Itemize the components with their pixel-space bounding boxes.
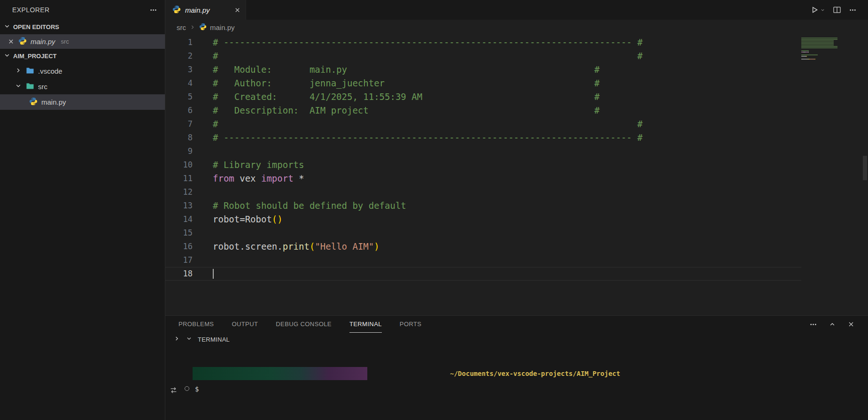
panel-tab-output[interactable]: OUTPUT [232,316,258,333]
open-editors-label: OPEN EDITORS [13,23,59,31]
terminal-prompt-line: ~/Documents/vex-vscode-projects/AIM_Proj… [193,367,868,380]
code-line-1[interactable]: 1# -------------------------------------… [165,36,801,49]
vscode-window: EXPLORER OPEN EDITORS main.py src [0,0,868,420]
code-line-7[interactable]: 7# # [165,117,801,131]
editor-scrollbar[interactable] [863,156,867,180]
panel-tab-terminal[interactable]: TERMINAL [349,316,382,333]
panel-tab-problems[interactable]: PROBLEMS [178,316,214,333]
open-editor-filename: main.py [31,38,55,46]
run-button[interactable] [810,6,825,14]
tab-close-icon[interactable] [234,7,241,14]
tree-item-vscode[interactable]: .vscode [0,63,165,79]
panel-maximize-icon[interactable] [829,321,836,328]
project-section-header[interactable]: AIM_PROJECT [0,49,165,63]
breadcrumb: src main.py [165,20,868,35]
panel-close-icon[interactable] [847,321,855,328]
terminal-cwd-path: ~/Documents/vex-vscode-projects/AIM_Proj… [450,370,620,377]
chevron-right-icon[interactable] [173,335,180,344]
line-number: 5 [165,90,193,104]
line-number: 3 [165,63,193,76]
split-editor-icon[interactable] [833,6,841,14]
code-line-16[interactable]: 16robot.screen.print("Hello AIM") [165,240,801,253]
code-line-2[interactable]: 2# # [165,49,801,63]
line-number: 1 [165,36,193,49]
open-editors-section-header[interactable]: OPEN EDITORS [0,20,165,34]
folder-icon [26,66,34,76]
panel-tab-debug-console[interactable]: DEBUG CONSOLE [276,316,332,333]
tab-main-py[interactable]: main.py [165,0,246,20]
editor-more-actions-icon[interactable] [849,6,857,14]
chevron-right-icon [15,67,22,76]
line-number: 13 [165,199,193,213]
code-text: # Library imports [213,158,304,172]
code-text: # --------------------------------------… [213,131,643,145]
tree-item-src[interactable]: src [0,79,165,94]
breadcrumb-folder[interactable]: src [177,23,186,31]
minimap-line [801,59,848,60]
terminal-command-line[interactable]: $ [193,383,868,395]
explorer-sidebar: EXPLORER OPEN EDITORS main.py src [0,0,165,420]
code-line-3[interactable]: 3# Module: main.py # [165,63,801,76]
code-text: # Robot should be defined by default [213,199,406,213]
terminal-session-swap-icon[interactable] [170,386,178,396]
line-number: 18 [165,267,193,281]
terminal-section-header[interactable]: TERMINAL [165,333,868,346]
tree-item-label: src [38,83,47,91]
command-decoration-icon[interactable] [185,386,189,391]
minimap-line [801,53,848,54]
explorer-more-actions-icon[interactable] [149,6,157,14]
code-line-4[interactable]: 4# Author: jenna_juechter # [165,76,801,90]
line-number: 16 [165,240,193,253]
code-line-13[interactable]: 13# Robot should be defined by default [165,199,801,213]
minimap[interactable] [801,38,848,63]
folder-open-icon [26,82,34,92]
terminal-section-label: TERMINAL [198,336,230,343]
minimap-line [801,45,848,46]
explorer-title: EXPLORER [12,6,149,14]
line-number: 2 [165,49,193,63]
open-editor-folder-detail: src [61,38,69,45]
minimap-line [801,57,848,58]
code-line-6[interactable]: 6# Description: AIM project # [165,104,801,117]
code-line-12[interactable]: 12 [165,185,801,199]
minimap-line [801,49,848,50]
code-line-14[interactable]: 14robot=Robot() [165,213,801,226]
line-number: 14 [165,213,193,226]
chevron-down-icon[interactable] [186,335,193,344]
close-editor-icon[interactable] [8,38,15,45]
open-editor-item-main-py[interactable]: main.py src [0,34,165,49]
code-line-10[interactable]: 10# Library imports [165,158,801,172]
breadcrumb-file[interactable]: main.py [210,23,235,31]
code-line-9[interactable]: 9 [165,145,801,158]
code-text: robot=Robot() [213,213,283,226]
code-lines: 1# -------------------------------------… [165,36,868,281]
minimap-line [801,47,848,48]
line-number: 8 [165,131,193,145]
line-number: 15 [165,226,193,240]
explorer-header: EXPLORER [0,0,165,20]
code-line-18[interactable]: 18 [165,267,801,281]
code-line-17[interactable]: 17 [165,253,801,267]
code-text [213,267,214,281]
code-editor[interactable]: 1# -------------------------------------… [165,35,868,315]
code-line-15[interactable]: 15 [165,226,801,240]
tree-item-label: .vscode [38,67,62,75]
editor-group: main.py src [165,0,868,420]
terminal[interactable]: ~/Documents/vex-vscode-projects/AIM_Proj… [165,346,868,395]
python-file-icon [172,5,181,15]
code-text: # Description: AIM project # [213,104,600,117]
code-line-8[interactable]: 8# -------------------------------------… [165,131,801,145]
panel-more-actions-icon[interactable] [809,321,817,328]
panel-tab-ports[interactable]: PORTS [400,316,422,333]
tree-item-main-py[interactable]: main.py [0,94,165,110]
line-number: 12 [165,185,193,199]
code-line-11[interactable]: 11from vex import * [165,172,801,185]
code-line-5[interactable]: 5# Created: 4/1/2025, 11:55:39 AM # [165,90,801,104]
editor-tab-bar: main.py [165,0,868,20]
line-number: 11 [165,172,193,185]
minimap-line [801,52,848,53]
python-file-icon [29,97,38,107]
code-text: # Module: main.py # [213,63,600,76]
chevron-right-icon [189,24,196,31]
minimap-line [801,60,848,61]
